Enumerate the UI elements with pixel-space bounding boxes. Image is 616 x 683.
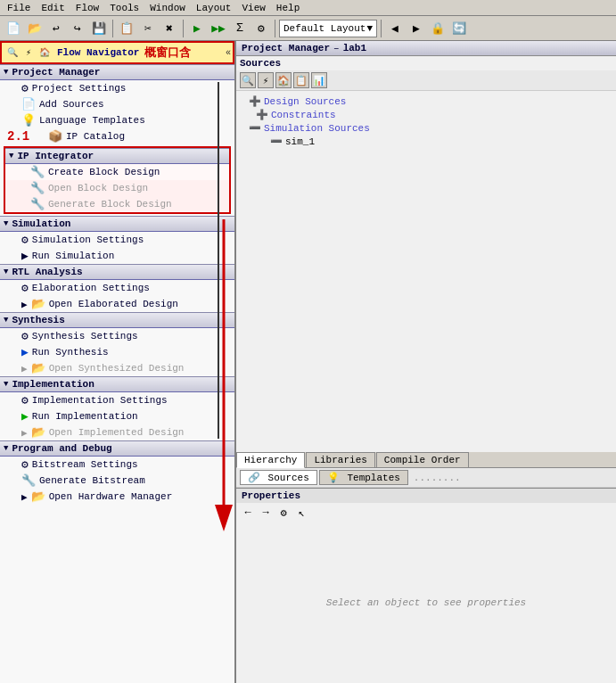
bitstream-settings-label: Bitstream Settings [32, 459, 138, 470]
save-button[interactable]: 💾 [89, 19, 109, 38]
sep4 [381, 20, 382, 37]
nav-run-simulation[interactable]: ▶ Run Simulation [0, 248, 234, 264]
settings-button[interactable]: ⚙ [251, 19, 271, 38]
nav-elaboration-settings[interactable]: ⚙ Elaboration Settings [0, 280, 234, 296]
tree-item-constraints[interactable]: ➕ Constraints [240, 108, 612, 121]
run-button[interactable]: ▶ [187, 19, 207, 38]
ip-integrator-section: ▼ IP Integrator 🔧 Create Block Design 🔧 … [4, 146, 231, 214]
ip-integrator-triangle: ▼ [9, 152, 13, 160]
menu-layout[interactable]: Layout [191, 2, 237, 14]
simulation-settings-label: Simulation Settings [32, 235, 144, 245]
filter-icon[interactable]: ⚡ [21, 45, 36, 60]
section-synthesis[interactable]: ▼ Synthesis [0, 312, 234, 328]
lock-button[interactable]: 🔒 [428, 19, 448, 38]
new-button[interactable]: 📄 [4, 19, 23, 38]
open-block-icon: 🔧 [30, 181, 45, 195]
nav-run-synthesis[interactable]: ▶ Run Synthesis [0, 344, 234, 360]
nav-open-block-design[interactable]: 🔧 Open Block Design [5, 180, 229, 196]
search-icon[interactable]: 🔍 [5, 45, 20, 60]
sum-button[interactable]: Σ [230, 19, 250, 38]
nav-bitstream-settings[interactable]: ⚙ Bitstream Settings [0, 457, 234, 473]
delete-button[interactable]: ✖ [160, 19, 179, 38]
expand-icon[interactable]: 🏠 [37, 45, 52, 60]
menu-window[interactable]: Window [144, 2, 191, 14]
subtab-sources[interactable]: 🔗 Sources [240, 470, 317, 485]
nav-ip-catalog[interactable]: 2.1 📦 IP Catalog [0, 128, 234, 144]
menu-help[interactable]: Help [271, 2, 305, 14]
prop-back-button[interactable]: ← [240, 505, 256, 521]
prop-forward-button[interactable]: → [258, 505, 274, 521]
toolbar: 📄 📂 ↩ ↪ 💾 📋 ✂ ✖ ▶ ▶▶ Σ ⚙ Default Layout … [0, 16, 616, 41]
nav-content: ▼ Project Manager ⚙ Project Settings 📄 A… [0, 64, 234, 683]
tree-item-sim-sources[interactable]: ➖ Simulation Sources [240, 121, 612, 135]
add-sources-label: Add Sources [39, 99, 104, 110]
prop-cursor-button[interactable]: ↖ [293, 505, 309, 521]
section-ip-integrator[interactable]: ▼ IP Integrator [5, 148, 229, 164]
prog-triangle: ▼ [4, 444, 8, 453]
properties-header: Properties [236, 489, 616, 503]
menu-file[interactable]: File [2, 2, 36, 14]
src-search-button[interactable]: 🔍 [240, 72, 256, 88]
sim-button[interactable]: ▶▶ [209, 19, 228, 38]
nav-run-implementation[interactable]: ▶ Run Implementation [0, 408, 234, 424]
prop-settings-button[interactable]: ⚙ [275, 505, 292, 521]
nav-generate-bitstream[interactable]: 🔧 Generate Bitstream [0, 473, 234, 489]
nav-open-synthesized[interactable]: ▶ 📂 Open Synthesized Design [0, 360, 234, 376]
run-simulation-label: Run Simulation [32, 251, 114, 261]
generate-bitstream-label: Generate Bitstream [39, 475, 145, 486]
src-remove-button[interactable]: 🏠 [275, 72, 292, 88]
menu-flow[interactable]: Flow [70, 2, 104, 14]
tab-dots: ........ [414, 473, 461, 483]
run-synth-icon: ▶ [21, 345, 29, 359]
properties-section: Properties ← → ⚙ ↖ Select an object to s… [236, 488, 616, 683]
sim-sources-expand-icon: ➖ [249, 122, 261, 134]
tab-libraries[interactable]: Libraries [306, 452, 374, 467]
src-refresh-button[interactable]: 📋 [293, 72, 309, 88]
section-project-manager[interactable]: ▼ Project Manager [0, 64, 234, 80]
open-synth-icon: 📂 [31, 361, 45, 375]
section-implementation[interactable]: ▼ Implementation [0, 376, 234, 392]
tree-item-sim1[interactable]: ➖ sim_1 [240, 135, 612, 148]
menu-tools[interactable]: Tools [104, 2, 144, 14]
redo-button[interactable]: ↪ [68, 19, 87, 38]
tab-hierarchy[interactable]: Hierarchy [236, 452, 305, 468]
nav-generate-block-design[interactable]: 🔧 Generate Block Design [5, 196, 229, 212]
copy-button[interactable]: 📋 [117, 19, 136, 38]
lang-templates-icon: 💡 [21, 113, 36, 128]
back-nav-button[interactable]: ◀ [385, 19, 405, 38]
refresh-button[interactable]: 🔄 [449, 19, 469, 38]
section-rtl-analysis[interactable]: ▼ RTL Analysis [0, 264, 234, 280]
open-button[interactable]: 📂 [25, 19, 45, 38]
collapse-button[interactable]: « [226, 48, 231, 58]
tree-view: ➕ Design Sources ➕ Constraints ➖ Simulat… [236, 91, 616, 452]
cut-button[interactable]: ✂ [138, 19, 158, 38]
project-settings-icon: ⚙ [21, 81, 29, 95]
impl-settings-icon: ⚙ [21, 393, 29, 407]
nav-project-settings[interactable]: ⚙ Project Settings [0, 80, 234, 96]
src-add-button[interactable]: ⚡ [258, 72, 274, 88]
ip-catalog-label: IP Catalog [66, 131, 125, 142]
section-program-debug[interactable]: ▼ Program and Debug [0, 440, 234, 457]
nav-synthesis-settings[interactable]: ⚙ Synthesis Settings [0, 328, 234, 344]
menu-edit[interactable]: Edit [36, 2, 70, 14]
nav-language-templates[interactable]: 💡 Language Templates [0, 112, 234, 128]
undo-button[interactable]: ↩ [46, 19, 66, 38]
menu-view[interactable]: View [236, 2, 270, 14]
nav-implementation-settings[interactable]: ⚙ Implementation Settings [0, 392, 234, 408]
gen-bitstream-icon: 🔧 [21, 473, 36, 488]
subtab-templates[interactable]: 💡 Templates [319, 470, 408, 485]
nav-open-implemented[interactable]: ▶ 📂 Open Implemented Design [0, 424, 234, 440]
section-simulation[interactable]: ▼ Simulation [0, 216, 234, 232]
nav-open-elaborated[interactable]: ▶ 📂 Open Elaborated Design [0, 296, 234, 312]
open-impl-icon: 📂 [31, 425, 45, 440]
tab-compile-order[interactable]: Compile Order [376, 452, 469, 467]
nav-simulation-settings[interactable]: ⚙ Simulation Settings [0, 232, 234, 248]
forward-nav-button[interactable]: ▶ [407, 19, 426, 38]
layout-dropdown[interactable]: Default Layout ▼ [279, 20, 377, 37]
src-info-button[interactable]: 📊 [311, 72, 327, 88]
sources-header: Sources [236, 56, 616, 70]
nav-add-sources[interactable]: 📄 Add Sources [0, 96, 234, 112]
nav-create-block-design[interactable]: 🔧 Create Block Design [5, 164, 229, 180]
tree-item-design-sources[interactable]: ➕ Design Sources [240, 95, 612, 108]
nav-open-hardware[interactable]: ▶ 📂 Open Hardware Manager [0, 489, 234, 505]
